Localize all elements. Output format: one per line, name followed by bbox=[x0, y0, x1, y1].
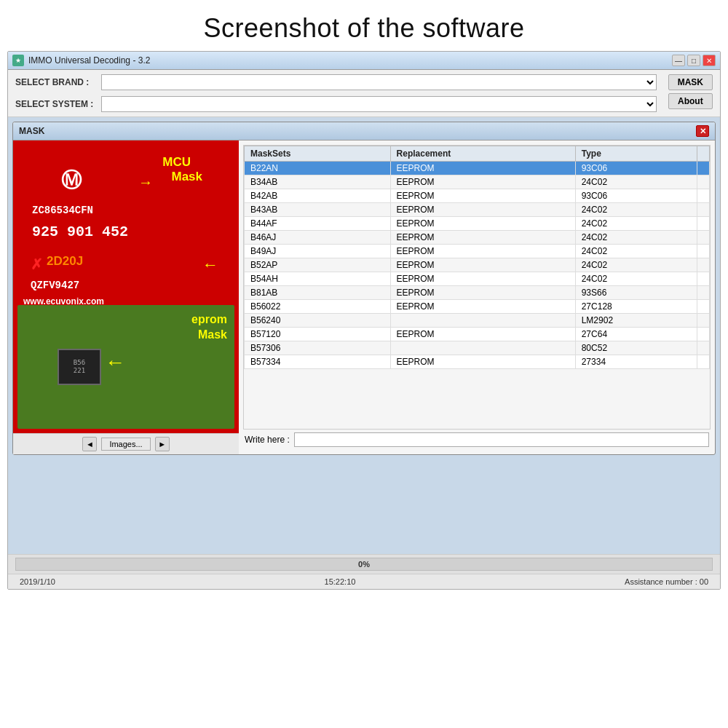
table-cell-type: 80C52 bbox=[575, 341, 697, 355]
table-cell-replacement: EEPROM bbox=[390, 328, 575, 341]
col-type: Type bbox=[575, 146, 697, 162]
table-row[interactable]: B54AHEEPROM24C02 bbox=[245, 272, 710, 286]
table-cell-replacement: EEPROM bbox=[390, 355, 575, 369]
nav-next-button[interactable]: ► bbox=[155, 437, 170, 451]
table-cell-replacement: EEPROM bbox=[390, 286, 575, 300]
table-cell-type: 24C02 bbox=[575, 217, 697, 231]
d20j-label: 2D20J bbox=[47, 254, 83, 269]
table-row[interactable]: B43ABEEPROM24C02 bbox=[245, 203, 710, 217]
table-cell-maskset: B42AB bbox=[245, 189, 391, 203]
col-replacement: Replacement bbox=[390, 146, 575, 162]
toolbar-buttons: MASK About bbox=[668, 74, 713, 112]
table-cell-maskset: B56240 bbox=[245, 314, 391, 328]
mcu-label: MCU bbox=[162, 155, 191, 170]
progress-bar-row: 0% bbox=[8, 554, 720, 574]
table-cell-type: 24C02 bbox=[575, 272, 697, 286]
maximize-button[interactable]: □ bbox=[687, 55, 700, 66]
table-row[interactable]: B5730680C52 bbox=[245, 341, 710, 355]
table-cell-maskset: B52AP bbox=[245, 258, 391, 272]
table-cell-maskset: B43AB bbox=[245, 203, 391, 217]
progress-bar-outer: 0% bbox=[15, 558, 713, 571]
table-cell-type: 27334 bbox=[575, 355, 697, 369]
write-here-label: Write here : bbox=[245, 435, 290, 445]
brand-select[interactable] bbox=[101, 74, 657, 90]
table-row[interactable]: B49AJEEPROM24C02 bbox=[245, 245, 710, 258]
table-cell-type: 93C06 bbox=[575, 162, 697, 175]
chip-square-text: B56 221 bbox=[74, 359, 85, 375]
table-cell-replacement: EEPROM bbox=[390, 203, 575, 217]
progress-label: 0% bbox=[358, 560, 370, 569]
mask-dialog-title: MASK bbox=[19, 126, 44, 136]
app-icon: ★ bbox=[12, 55, 24, 66]
table-row[interactable]: B56022EEPROM27C128 bbox=[245, 300, 710, 314]
table-cell-maskset: B57334 bbox=[245, 355, 391, 369]
table-cell-replacement: EEPROM bbox=[390, 175, 575, 189]
mask-table: MaskSets Replacement Type B22ANEEPROM93C… bbox=[244, 146, 710, 369]
table-cell-replacement bbox=[390, 314, 575, 328]
minimize-button[interactable]: — bbox=[672, 55, 685, 66]
table-cell-spacer bbox=[697, 217, 710, 231]
table-cell-replacement: EEPROM bbox=[390, 272, 575, 286]
chip-id: ZC86534CFN bbox=[32, 203, 128, 218]
toolbar: SELECT BRAND : SELECT SYSTEM : bbox=[15, 74, 657, 112]
table-cell-maskset: B57306 bbox=[245, 341, 391, 355]
table-row[interactable]: B46AJEEPROM24C02 bbox=[245, 231, 710, 245]
table-cell-replacement: EEPROM bbox=[390, 189, 575, 203]
table-cell-spacer bbox=[697, 272, 710, 286]
table-cell-replacement: EEPROM bbox=[390, 258, 575, 272]
main-content: MASK ✕ Ⓜ MCU Mask → bbox=[8, 117, 720, 554]
table-cell-replacement: EEPROM bbox=[390, 300, 575, 314]
table-cell-spacer bbox=[697, 245, 710, 258]
table-row[interactable]: B44AFEEPROM24C02 bbox=[245, 217, 710, 231]
table-cell-spacer bbox=[697, 328, 710, 341]
system-select[interactable] bbox=[101, 96, 657, 112]
eprom-label: eprom Mask bbox=[191, 312, 227, 343]
title-bar-controls: — □ ✕ bbox=[672, 55, 716, 66]
title-bar-left: ★ IMMO Universal Decoding - 3.2 bbox=[12, 55, 150, 66]
table-row[interactable]: B42ABEEPROM93C06 bbox=[245, 189, 710, 203]
table-cell-spacer bbox=[697, 286, 710, 300]
table-cell-spacer bbox=[697, 258, 710, 272]
mask-button[interactable]: MASK bbox=[668, 74, 713, 90]
status-time: 15:22:10 bbox=[325, 577, 356, 586]
images-button[interactable]: Images... bbox=[101, 438, 150, 451]
about-button[interactable]: About bbox=[668, 93, 713, 109]
table-cell-replacement: EEPROM bbox=[390, 245, 575, 258]
table-cell-type: 93C06 bbox=[575, 189, 697, 203]
table-row[interactable]: B34ABEEPROM24C02 bbox=[245, 175, 710, 189]
mask-table-wrapper[interactable]: MaskSets Replacement Type B22ANEEPROM93C… bbox=[243, 145, 711, 430]
table-cell-maskset: B46AJ bbox=[245, 231, 391, 245]
mask-table-body: B22ANEEPROM93C06B34ABEEPROM24C02B42ABEEP… bbox=[245, 162, 710, 369]
table-header-row: MaskSets Replacement Type bbox=[245, 146, 710, 162]
table-row[interactable]: B56240LM2902 bbox=[245, 314, 710, 328]
table-row[interactable]: B57120EEPROM27C64 bbox=[245, 328, 710, 341]
table-cell-maskset: B56022 bbox=[245, 300, 391, 314]
image-panel-container: Ⓜ MCU Mask → ZC86534CFN 925 901 452 bbox=[13, 141, 239, 454]
mask-dialog: MASK ✕ Ⓜ MCU Mask → bbox=[12, 122, 716, 455]
table-row[interactable]: B81ABEEPROM93S66 bbox=[245, 286, 710, 300]
table-cell-type: 24C02 bbox=[575, 175, 697, 189]
d20j-arrow: ← bbox=[202, 256, 218, 274]
table-cell-spacer bbox=[697, 341, 710, 355]
table-cell-type: 24C02 bbox=[575, 203, 697, 217]
table-cell-type: 27C64 bbox=[575, 328, 697, 341]
status-assistance: Assistance number : 00 bbox=[625, 577, 708, 586]
mask-image-panel: Ⓜ MCU Mask → ZC86534CFN 925 901 452 bbox=[13, 141, 239, 433]
table-cell-replacement: EEPROM bbox=[390, 217, 575, 231]
image-nav-row: ◄ Images... ► bbox=[13, 433, 239, 454]
close-button[interactable]: ✕ bbox=[703, 55, 716, 66]
mask-close-button[interactable]: ✕ bbox=[696, 125, 709, 137]
write-here-row: Write here : bbox=[243, 430, 711, 450]
status-bar: 2019/1/10 15:22:10 Assistance number : 0… bbox=[8, 574, 720, 589]
table-cell-maskset: B57120 bbox=[245, 328, 391, 341]
table-row[interactable]: B22ANEEPROM93C06 bbox=[245, 162, 710, 175]
table-cell-type: 93S66 bbox=[575, 286, 697, 300]
table-cell-spacer bbox=[697, 314, 710, 328]
table-row[interactable]: B57334EEPROM27334 bbox=[245, 355, 710, 369]
table-cell-type: LM2902 bbox=[575, 314, 697, 328]
write-here-input[interactable] bbox=[294, 432, 709, 447]
table-row[interactable]: B52APEEPROM24C02 bbox=[245, 258, 710, 272]
table-cell-spacer bbox=[697, 162, 710, 175]
app-window: ★ IMMO Universal Decoding - 3.2 — □ ✕ SE… bbox=[7, 51, 721, 590]
nav-prev-button[interactable]: ◄ bbox=[82, 437, 97, 451]
